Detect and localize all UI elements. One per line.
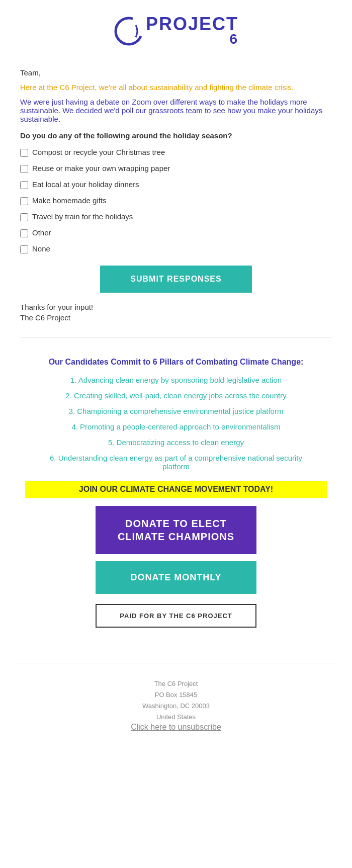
- checkbox-label-eat-local: Eat local at your holiday dinners: [32, 180, 139, 189]
- footer-org: The C6 Project: [25, 678, 327, 689]
- list-item: Travel by train for the holidays: [20, 212, 332, 221]
- list-item: Make homemade gifts: [20, 196, 332, 205]
- greeting-text: Team,: [20, 68, 332, 77]
- checkbox-other[interactable]: [20, 229, 28, 237]
- list-item: Eat local at your holiday dinners: [20, 180, 332, 189]
- footer: The C6 Project PO Box 15845 Washington, …: [15, 663, 337, 747]
- intro-body: We were just having a debate on Zoom ove…: [20, 98, 332, 123]
- checkbox-label-wrapping: Reuse or make your own wrapping paper: [32, 164, 170, 172]
- survey-question: Do you do any of the following around th…: [20, 131, 332, 140]
- footer-city: Washington, DC 20003: [25, 701, 327, 712]
- thanks-line2: The C6 Project: [20, 313, 332, 322]
- checkbox-wrapping[interactable]: [20, 165, 28, 173]
- checkbox-label-homemade: Make homemade gifts: [32, 196, 107, 205]
- submit-wrapper: SUBMIT RESPONSES: [20, 266, 332, 293]
- list-item: 3. Championing a comprehensive environme…: [25, 407, 327, 415]
- climate-title: Our Candidates Commit to 6 Pillars of Co…: [25, 358, 327, 367]
- checkbox-homemade[interactable]: [20, 197, 28, 205]
- thanks-line1: Thanks for your input!: [20, 303, 332, 311]
- list-item: None: [20, 244, 332, 253]
- submit-button[interactable]: SUBMIT RESPONSES: [100, 266, 251, 293]
- donate-button[interactable]: DONATE TO ELECT CLIMATE CHAMPIONS: [96, 506, 256, 554]
- footer-country: United States: [25, 712, 327, 723]
- logo-text-block: PROJECT 6: [146, 15, 238, 47]
- checkbox-list: Compost or recycle your Christmas tree R…: [20, 148, 332, 253]
- unsubscribe-link[interactable]: Click here to unsubscribe: [131, 723, 221, 731]
- list-item: 1. Advancing clean energy by sponsoring …: [25, 376, 327, 384]
- list-item: Compost or recycle your Christmas tree: [20, 148, 332, 157]
- pillars-list: 1. Advancing clean energy by sponsoring …: [25, 376, 327, 471]
- climate-section: Our Candidates Commit to 6 Pillars of Co…: [20, 348, 332, 648]
- checkbox-label-other: Other: [32, 228, 51, 237]
- checkbox-label-train: Travel by train for the holidays: [32, 212, 133, 221]
- checkbox-none[interactable]: [20, 245, 28, 253]
- donate-monthly-button[interactable]: DONATE MONTHLY: [96, 561, 256, 594]
- list-item: 2. Creating skilled, well-paid, clean en…: [25, 391, 327, 400]
- list-item: Reuse or make your own wrapping paper: [20, 164, 332, 173]
- list-item: 6. Understanding clean energy as part of…: [25, 454, 327, 471]
- checkbox-eat-local[interactable]: [20, 181, 28, 189]
- header: PROJECT 6: [15, 0, 337, 58]
- thanks-section: Thanks for your input! The C6 Project: [20, 303, 332, 322]
- list-item: 5. Democratizing access to clean energy: [25, 438, 327, 447]
- checkbox-label-none: None: [32, 244, 50, 253]
- paid-for-box: PAID FOR BY THE C6 PROJECT: [96, 604, 256, 628]
- logo: PROJECT 6: [114, 15, 238, 47]
- logo-project: PROJECT: [146, 14, 238, 34]
- list-item: 4. Promoting a people-centered approach …: [25, 422, 327, 431]
- movement-banner: JOIN OUR CLIMATE CHANGE MOVEMENT TODAY!: [25, 481, 327, 498]
- checkbox-train[interactable]: [20, 213, 28, 221]
- main-content: Team, Here at the C6 Project, we're all …: [15, 58, 337, 658]
- checkbox-compost[interactable]: [20, 149, 28, 157]
- intro-highlight: Here at the C6 Project, we're all about …: [20, 83, 332, 92]
- section-divider: [20, 337, 332, 337]
- checkbox-label-compost: Compost or recycle your Christmas tree: [32, 148, 165, 156]
- footer-po: PO Box 15845: [25, 689, 327, 701]
- c-logo-icon: [114, 16, 144, 46]
- list-item: Other: [20, 228, 332, 237]
